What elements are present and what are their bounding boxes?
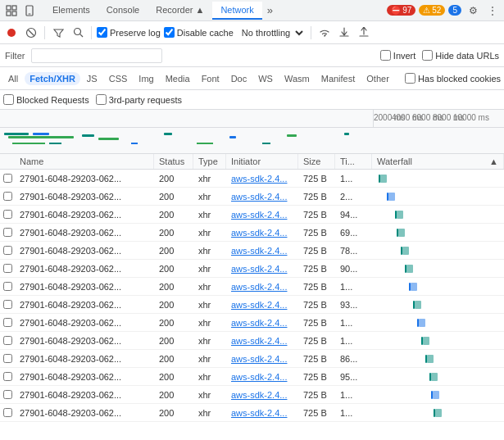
row-checkbox[interactable] <box>3 318 12 327</box>
row-initiator[interactable]: aws-sdk-2.4... <box>226 172 298 185</box>
third-party-requests-label[interactable]: 3rd-party requests <box>96 94 182 105</box>
row-initiator[interactable]: aws-sdk-2.4... <box>226 298 298 311</box>
row-checkbox[interactable] <box>3 228 12 237</box>
row-checkbox[interactable] <box>3 210 12 219</box>
table-row[interactable]: 27901-6048-29203-062... 200 xhr aws-sdk-… <box>0 296 504 314</box>
type-btn-media[interactable]: Media <box>161 72 195 85</box>
row-initiator[interactable]: aws-sdk-2.4... <box>226 190 298 203</box>
row-initiator[interactable]: aws-sdk-2.4... <box>226 388 298 401</box>
type-btn-all[interactable]: All <box>3 72 23 85</box>
blocked-requests-checkbox[interactable] <box>3 94 14 105</box>
row-initiator[interactable]: aws-sdk-2.4... <box>226 370 298 383</box>
type-btn-font[interactable]: Font <box>197 72 225 85</box>
table-row[interactable]: 27901-6048-29203-062... 200 xhr aws-sdk-… <box>0 224 504 242</box>
row-checkbox[interactable] <box>3 174 12 183</box>
has-blocked-cookies-label[interactable]: Has blocked cookies <box>405 73 501 84</box>
preserve-log-checkbox[interactable] <box>97 27 107 38</box>
th-initiator[interactable]: Initiator <box>226 154 298 169</box>
inspect-icon[interactable] <box>3 2 20 19</box>
disable-cache-checkbox[interactable] <box>164 27 175 38</box>
row-type: xhr <box>193 370 226 383</box>
row-initiator[interactable]: aws-sdk-2.4... <box>226 316 298 329</box>
table-row[interactable]: 27901-6048-29203-062... 200 xhr aws-sdk-… <box>0 386 504 404</box>
tab-network[interactable]: Network <box>212 2 261 20</box>
invert-checkbox[interactable] <box>380 50 391 61</box>
throttle-select[interactable]: No throttling Fast 3G Slow 3G Offline <box>237 26 306 39</box>
disable-cache-label[interactable]: Disable cache <box>164 27 234 38</box>
more-vertical-icon[interactable]: ⋮ <box>484 2 501 19</box>
preserve-log-label[interactable]: Preserve log <box>97 27 161 38</box>
type-btn-ws[interactable]: WS <box>253 72 278 85</box>
row-checkbox[interactable] <box>3 336 12 345</box>
row-checkbox[interactable] <box>3 246 12 255</box>
row-checkbox[interactable] <box>3 354 12 363</box>
row-initiator[interactable]: aws-sdk-2.4... <box>226 406 298 420</box>
th-size[interactable]: Size <box>298 154 335 169</box>
waterfall-bar-main <box>411 283 417 291</box>
waterfall-bar-main <box>423 337 429 345</box>
table-row[interactable]: 27901-6048-29203-062... 200 xhr aws-sdk-… <box>0 350 504 368</box>
row-initiator[interactable]: aws-sdk-2.4... <box>226 244 298 257</box>
tab-more-button[interactable]: » <box>262 2 278 20</box>
row-initiator[interactable]: aws-sdk-2.4... <box>226 208 298 221</box>
type-btn-img[interactable]: Img <box>134 72 158 85</box>
type-btn-other[interactable]: Other <box>361 72 394 85</box>
type-btn-css[interactable]: CSS <box>104 72 133 85</box>
th-name[interactable]: Name <box>15 154 154 169</box>
clear-button[interactable] <box>23 25 39 41</box>
wifi-icon[interactable] <box>316 25 333 41</box>
row-initiator[interactable]: aws-sdk-2.4... <box>226 226 298 239</box>
row-checkbox[interactable] <box>3 192 12 201</box>
hide-data-urls-checkbox[interactable] <box>422 50 433 61</box>
table-row[interactable]: 27901-6048-29203-062... 200 xhr aws-sdk-… <box>0 332 504 350</box>
row-checkbox[interactable] <box>3 372 12 381</box>
table-row[interactable]: 27901-6048-29203-062... 200 xhr aws-sdk-… <box>0 404 504 422</box>
has-blocked-cookies-checkbox[interactable] <box>405 73 415 84</box>
row-checkbox-cell <box>0 336 15 345</box>
table-row[interactable]: 27901-6048-29203-062... 200 xhr aws-sdk-… <box>0 368 504 386</box>
type-btn-fetchxhr[interactable]: Fetch/XHR <box>25 72 80 85</box>
row-type: xhr <box>193 244 226 257</box>
third-party-requests-checkbox[interactable] <box>96 94 107 105</box>
search-button[interactable] <box>70 25 86 41</box>
table-row[interactable]: 27901-6048-29203-062... 200 xhr aws-sdk-… <box>0 314 504 332</box>
blocked-requests-label[interactable]: Blocked Requests <box>3 94 89 105</box>
type-btn-wasm[interactable]: Wasm <box>279 72 315 85</box>
row-checkbox[interactable] <box>3 264 12 273</box>
table-row[interactable]: 27901-6048-29203-062... 200 xhr aws-sdk-… <box>0 206 504 224</box>
row-checkbox[interactable] <box>3 390 12 399</box>
invert-label[interactable]: Invert <box>380 50 416 61</box>
row-initiator[interactable]: aws-sdk-2.4... <box>226 280 298 293</box>
tab-console[interactable]: Console <box>98 2 148 20</box>
th-status[interactable]: Status <box>154 154 193 169</box>
table-row[interactable]: 27901-6048-29203-062... 200 xhr aws-sdk-… <box>0 278 504 296</box>
row-checkbox-cell <box>0 390 15 399</box>
th-waterfall[interactable]: Waterfall ▲ <box>372 154 504 169</box>
table-row[interactable]: 27901-6048-29203-062... 200 xhr aws-sdk-… <box>0 260 504 278</box>
settings-icon[interactable]: ⚙ <box>465 2 481 19</box>
th-time[interactable]: Ti... <box>335 154 372 169</box>
row-checkbox[interactable] <box>3 282 12 291</box>
record-button[interactable] <box>3 25 20 41</box>
row-checkbox[interactable] <box>3 408 12 417</box>
import-button[interactable] <box>356 25 372 41</box>
table-row[interactable]: 27901-6048-29203-062... 200 xhr aws-sdk-… <box>0 242 504 260</box>
row-initiator[interactable]: aws-sdk-2.4... <box>226 334 298 347</box>
th-type[interactable]: Type <box>193 154 226 169</box>
type-btn-doc[interactable]: Doc <box>226 72 252 85</box>
export-button[interactable] <box>336 25 352 41</box>
table-row[interactable]: 27901-6048-29203-062... 200 xhr aws-sdk-… <box>0 170 504 188</box>
type-btn-manifest[interactable]: Manifest <box>316 72 361 85</box>
filter-input[interactable] <box>31 48 162 63</box>
tab-elements[interactable]: Elements <box>44 2 98 20</box>
table-row[interactable]: 27901-6048-29203-062... 200 xhr aws-sdk-… <box>0 188 504 206</box>
hide-data-urls-label[interactable]: Hide data URLs <box>422 50 499 61</box>
row-checkbox[interactable] <box>3 300 12 309</box>
mobile-icon[interactable] <box>21 2 38 19</box>
tab-recorder[interactable]: Recorder ▲ <box>148 2 212 20</box>
row-initiator[interactable]: aws-sdk-2.4... <box>226 262 298 275</box>
type-btn-js[interactable]: JS <box>82 72 102 85</box>
row-initiator[interactable]: aws-sdk-2.4... <box>226 352 298 365</box>
filter-button[interactable] <box>50 25 66 41</box>
row-waterfall <box>372 350 504 367</box>
